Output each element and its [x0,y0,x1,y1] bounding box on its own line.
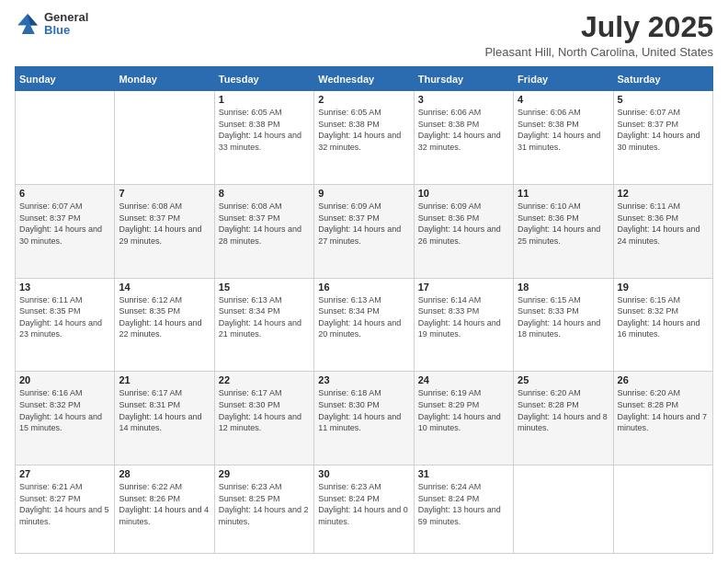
day-info: Sunrise: 6:23 AMSunset: 8:25 PMDaylight:… [219,481,310,527]
day-info: Sunrise: 6:17 AMSunset: 8:31 PMDaylight:… [119,387,210,433]
day-number: 24 [418,374,509,385]
title-block: July 2025 Pleasant Hill, North Carolina,… [484,11,713,59]
day-number: 27 [19,468,110,479]
day-number: 14 [119,282,210,293]
day-number: 23 [318,374,409,385]
day-number: 29 [219,468,310,479]
calendar: Sunday Monday Tuesday Wednesday Thursday… [15,66,713,554]
table-row: 8Sunrise: 6:08 AMSunset: 8:37 PMDaylight… [214,184,313,278]
table-row: 21Sunrise: 6:17 AMSunset: 8:31 PMDayligh… [115,372,214,465]
table-row: 18Sunrise: 6:15 AMSunset: 8:33 PMDayligh… [514,278,613,372]
day-info: Sunrise: 6:07 AMSunset: 8:37 PMDaylight:… [19,201,110,247]
day-info: Sunrise: 6:07 AMSunset: 8:37 PMDaylight:… [618,107,709,153]
subtitle: Pleasant Hill, North Carolina, United St… [484,45,713,59]
table-row [514,465,613,554]
logo: General Blue [15,11,88,38]
table-row: 4Sunrise: 6:06 AMSunset: 8:38 PMDaylight… [514,91,613,185]
day-number: 3 [418,94,509,105]
header-row: Sunday Monday Tuesday Wednesday Thursday… [16,67,713,91]
day-number: 2 [318,94,409,105]
col-thursday: Thursday [414,67,513,91]
day-info: Sunrise: 6:20 AMSunset: 8:28 PMDaylight:… [518,387,609,433]
day-number: 13 [19,282,110,293]
table-row: 27Sunrise: 6:21 AMSunset: 8:27 PMDayligh… [16,465,115,554]
table-row: 28Sunrise: 6:22 AMSunset: 8:26 PMDayligh… [115,465,214,554]
col-monday: Monday [115,67,214,91]
logo-icon [15,11,40,37]
day-number: 5 [618,94,709,105]
day-info: Sunrise: 6:14 AMSunset: 8:33 PMDaylight:… [418,294,509,340]
day-number: 31 [418,468,509,479]
table-row: 2Sunrise: 6:05 AMSunset: 8:38 PMDaylight… [314,91,414,185]
table-row: 29Sunrise: 6:23 AMSunset: 8:25 PMDayligh… [214,465,313,554]
day-number: 28 [119,468,210,479]
day-number: 18 [518,282,609,293]
day-info: Sunrise: 6:16 AMSunset: 8:32 PMDaylight:… [19,387,110,433]
col-tuesday: Tuesday [214,67,313,91]
day-number: 15 [219,282,310,293]
day-info: Sunrise: 6:18 AMSunset: 8:30 PMDaylight:… [318,387,409,433]
table-row: 19Sunrise: 6:15 AMSunset: 8:32 PMDayligh… [613,278,712,372]
table-row: 13Sunrise: 6:11 AMSunset: 8:35 PMDayligh… [16,278,115,372]
day-number: 20 [19,374,110,385]
day-number: 10 [418,188,509,199]
week-row-3: 20Sunrise: 6:16 AMSunset: 8:32 PMDayligh… [16,372,713,465]
day-number: 26 [618,374,709,385]
day-info: Sunrise: 6:21 AMSunset: 8:27 PMDaylight:… [19,481,110,527]
day-info: Sunrise: 6:10 AMSunset: 8:36 PMDaylight:… [518,201,609,247]
table-row: 3Sunrise: 6:06 AMSunset: 8:38 PMDaylight… [414,91,513,185]
table-row: 20Sunrise: 6:16 AMSunset: 8:32 PMDayligh… [16,372,115,465]
day-info: Sunrise: 6:05 AMSunset: 8:38 PMDaylight:… [318,107,409,153]
week-row-2: 13Sunrise: 6:11 AMSunset: 8:35 PMDayligh… [16,278,713,372]
table-row: 1Sunrise: 6:05 AMSunset: 8:38 PMDaylight… [214,91,313,185]
logo-blue: Blue [44,24,88,37]
day-number: 30 [318,468,409,479]
day-info: Sunrise: 6:09 AMSunset: 8:36 PMDaylight:… [418,201,509,247]
week-row-4: 27Sunrise: 6:21 AMSunset: 8:27 PMDayligh… [16,465,713,554]
table-row: 17Sunrise: 6:14 AMSunset: 8:33 PMDayligh… [414,278,513,372]
logo-general: General [44,11,88,24]
main-title: July 2025 [484,11,713,43]
table-row: 14Sunrise: 6:12 AMSunset: 8:35 PMDayligh… [115,278,214,372]
day-info: Sunrise: 6:13 AMSunset: 8:34 PMDaylight:… [219,294,310,340]
table-row: 23Sunrise: 6:18 AMSunset: 8:30 PMDayligh… [314,372,414,465]
week-row-1: 6Sunrise: 6:07 AMSunset: 8:37 PMDaylight… [16,184,713,278]
table-row: 24Sunrise: 6:19 AMSunset: 8:29 PMDayligh… [414,372,513,465]
day-info: Sunrise: 6:15 AMSunset: 8:33 PMDaylight:… [518,294,609,340]
col-sunday: Sunday [16,67,115,91]
col-friday: Friday [514,67,613,91]
week-row-0: 1Sunrise: 6:05 AMSunset: 8:38 PMDaylight… [16,91,713,185]
header: General Blue July 2025 Pleasant Hill, No… [15,11,713,59]
table-row: 9Sunrise: 6:09 AMSunset: 8:37 PMDaylight… [314,184,414,278]
day-number: 7 [119,188,210,199]
day-number: 9 [318,188,409,199]
table-row: 5Sunrise: 6:07 AMSunset: 8:37 PMDaylight… [613,91,712,185]
day-info: Sunrise: 6:19 AMSunset: 8:29 PMDaylight:… [418,387,509,433]
table-row: 10Sunrise: 6:09 AMSunset: 8:36 PMDayligh… [414,184,513,278]
day-info: Sunrise: 6:20 AMSunset: 8:28 PMDaylight:… [618,387,709,433]
table-row: 7Sunrise: 6:08 AMSunset: 8:37 PMDaylight… [115,184,214,278]
day-info: Sunrise: 6:08 AMSunset: 8:37 PMDaylight:… [119,201,210,247]
day-number: 25 [518,374,609,385]
day-info: Sunrise: 6:17 AMSunset: 8:30 PMDaylight:… [219,387,310,433]
day-info: Sunrise: 6:06 AMSunset: 8:38 PMDaylight:… [518,107,609,153]
table-row: 6Sunrise: 6:07 AMSunset: 8:37 PMDaylight… [16,184,115,278]
day-number: 19 [618,282,709,293]
day-number: 6 [19,188,110,199]
col-saturday: Saturday [613,67,712,91]
day-number: 12 [618,188,709,199]
day-number: 17 [418,282,509,293]
table-row: 12Sunrise: 6:11 AMSunset: 8:36 PMDayligh… [613,184,712,278]
page: General Blue July 2025 Pleasant Hill, No… [0,0,728,563]
day-info: Sunrise: 6:11 AMSunset: 8:35 PMDaylight:… [19,294,110,340]
logo-text: General Blue [44,11,88,38]
day-info: Sunrise: 6:24 AMSunset: 8:24 PMDaylight:… [418,481,509,527]
day-number: 16 [318,282,409,293]
table-row: 16Sunrise: 6:13 AMSunset: 8:34 PMDayligh… [314,278,414,372]
col-wednesday: Wednesday [314,67,414,91]
table-row: 30Sunrise: 6:23 AMSunset: 8:24 PMDayligh… [314,465,414,554]
day-number: 4 [518,94,609,105]
table-row: 26Sunrise: 6:20 AMSunset: 8:28 PMDayligh… [613,372,712,465]
day-number: 21 [119,374,210,385]
day-number: 8 [219,188,310,199]
